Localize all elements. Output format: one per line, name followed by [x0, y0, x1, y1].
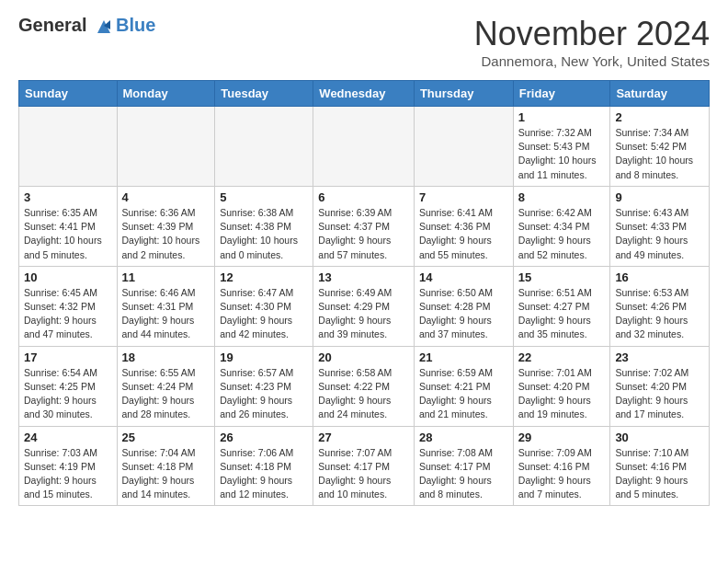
table-row [117, 107, 215, 187]
header: General Blue November 2024 Dannemora, Ne… [18, 15, 710, 69]
day-info: Sunrise: 7:02 AMSunset: 4:20 PMDaylight:… [615, 366, 704, 422]
table-row: 21Sunrise: 6:59 AMSunset: 4:21 PMDayligh… [414, 346, 513, 426]
col-saturday: Saturday [610, 81, 710, 107]
table-row: 9Sunrise: 6:43 AMSunset: 4:33 PMDaylight… [610, 186, 710, 266]
table-row: 14Sunrise: 6:50 AMSunset: 4:28 PMDayligh… [414, 266, 513, 346]
logo-general-text: General [18, 15, 86, 35]
day-info: Sunrise: 6:50 AMSunset: 4:28 PMDaylight:… [419, 286, 508, 342]
col-wednesday: Wednesday [313, 81, 415, 107]
day-number: 18 [122, 350, 210, 364]
logo-blue-text: Blue [116, 15, 155, 36]
table-row: 25Sunrise: 7:04 AMSunset: 4:18 PMDayligh… [117, 426, 215, 506]
day-number: 16 [615, 270, 704, 284]
day-number: 9 [615, 190, 704, 204]
day-number: 27 [318, 431, 409, 444]
table-row: 7Sunrise: 6:41 AMSunset: 4:36 PMDaylight… [414, 186, 513, 266]
calendar-header-row: Sunday Monday Tuesday Wednesday Thursday… [19, 81, 710, 107]
day-number: 10 [24, 270, 112, 284]
logo-icon [94, 17, 114, 37]
table-row: 10Sunrise: 6:45 AMSunset: 4:32 PMDayligh… [19, 266, 118, 346]
table-row [215, 107, 313, 187]
calendar-week-row: 1Sunrise: 7:32 AMSunset: 5:43 PMDaylight… [19, 107, 710, 187]
day-number: 3 [24, 190, 112, 204]
day-info: Sunrise: 7:32 AMSunset: 5:43 PMDaylight:… [518, 126, 606, 182]
day-info: Sunrise: 6:42 AMSunset: 4:34 PMDaylight:… [518, 206, 606, 262]
day-info: Sunrise: 7:07 AMSunset: 4:17 PMDaylight:… [318, 446, 409, 502]
day-info: Sunrise: 6:47 AMSunset: 4:30 PMDaylight:… [220, 286, 308, 342]
day-info: Sunrise: 6:35 AMSunset: 4:41 PMDaylight:… [24, 206, 112, 262]
table-row: 1Sunrise: 7:32 AMSunset: 5:43 PMDaylight… [513, 107, 610, 187]
table-row: 13Sunrise: 6:49 AMSunset: 4:29 PMDayligh… [313, 266, 415, 346]
table-row: 19Sunrise: 6:57 AMSunset: 4:23 PMDayligh… [215, 346, 313, 426]
day-info: Sunrise: 6:39 AMSunset: 4:37 PMDaylight:… [318, 206, 409, 262]
table-row [414, 107, 513, 187]
col-monday: Monday [117, 81, 215, 107]
table-row [313, 107, 415, 187]
day-info: Sunrise: 6:59 AMSunset: 4:21 PMDaylight:… [419, 366, 508, 422]
col-tuesday: Tuesday [215, 81, 313, 107]
table-row: 6Sunrise: 6:39 AMSunset: 4:37 PMDaylight… [313, 186, 415, 266]
table-row: 18Sunrise: 6:55 AMSunset: 4:24 PMDayligh… [117, 346, 215, 426]
day-number: 5 [220, 190, 308, 204]
calendar-week-row: 17Sunrise: 6:54 AMSunset: 4:25 PMDayligh… [19, 346, 710, 426]
day-info: Sunrise: 6:46 AMSunset: 4:31 PMDaylight:… [122, 286, 210, 342]
day-info: Sunrise: 6:54 AMSunset: 4:25 PMDaylight:… [24, 366, 112, 422]
table-row: 4Sunrise: 6:36 AMSunset: 4:39 PMDaylight… [117, 186, 215, 266]
calendar: Sunday Monday Tuesday Wednesday Thursday… [18, 80, 710, 506]
day-number: 6 [318, 190, 409, 204]
table-row: 3Sunrise: 6:35 AMSunset: 4:41 PMDaylight… [19, 186, 118, 266]
day-number: 26 [220, 431, 308, 444]
day-info: Sunrise: 6:53 AMSunset: 4:26 PMDaylight:… [615, 286, 704, 342]
day-number: 2 [615, 110, 704, 124]
table-row: 22Sunrise: 7:01 AMSunset: 4:20 PMDayligh… [513, 346, 610, 426]
day-info: Sunrise: 6:55 AMSunset: 4:24 PMDaylight:… [122, 366, 210, 422]
day-number: 25 [122, 431, 210, 444]
day-info: Sunrise: 6:43 AMSunset: 4:33 PMDaylight:… [615, 206, 704, 262]
table-row: 20Sunrise: 6:58 AMSunset: 4:22 PMDayligh… [313, 346, 415, 426]
day-info: Sunrise: 7:08 AMSunset: 4:17 PMDaylight:… [419, 446, 508, 502]
calendar-week-row: 3Sunrise: 6:35 AMSunset: 4:41 PMDaylight… [19, 186, 710, 266]
month-title: November 2024 [474, 15, 710, 53]
day-info: Sunrise: 6:51 AMSunset: 4:27 PMDaylight:… [518, 286, 606, 342]
day-number: 21 [419, 350, 508, 364]
title-block: November 2024 Dannemora, New York, Unite… [474, 15, 710, 69]
table-row: 5Sunrise: 6:38 AMSunset: 4:38 PMDaylight… [215, 186, 313, 266]
day-info: Sunrise: 6:57 AMSunset: 4:23 PMDaylight:… [220, 366, 308, 422]
day-number: 22 [518, 350, 606, 364]
table-row: 12Sunrise: 6:47 AMSunset: 4:30 PMDayligh… [215, 266, 313, 346]
table-row: 2Sunrise: 7:34 AMSunset: 5:42 PMDaylight… [610, 107, 710, 187]
table-row: 24Sunrise: 7:03 AMSunset: 4:19 PMDayligh… [19, 426, 118, 506]
day-number: 29 [518, 431, 606, 444]
day-info: Sunrise: 7:01 AMSunset: 4:20 PMDaylight:… [518, 366, 606, 422]
table-row: 16Sunrise: 6:53 AMSunset: 4:26 PMDayligh… [610, 266, 710, 346]
location-text: Dannemora, New York, United States [474, 53, 710, 69]
day-info: Sunrise: 7:06 AMSunset: 4:18 PMDaylight:… [220, 446, 308, 502]
day-number: 4 [122, 190, 210, 204]
day-number: 30 [615, 431, 704, 444]
logo: General Blue [18, 15, 155, 37]
day-info: Sunrise: 7:09 AMSunset: 4:16 PMDaylight:… [518, 446, 606, 502]
table-row: 15Sunrise: 6:51 AMSunset: 4:27 PMDayligh… [513, 266, 610, 346]
table-row: 28Sunrise: 7:08 AMSunset: 4:17 PMDayligh… [414, 426, 513, 506]
day-number: 12 [220, 270, 308, 284]
day-number: 24 [24, 431, 112, 444]
calendar-week-row: 24Sunrise: 7:03 AMSunset: 4:19 PMDayligh… [19, 426, 710, 506]
day-number: 8 [518, 190, 606, 204]
day-info: Sunrise: 6:38 AMSunset: 4:38 PMDaylight:… [220, 206, 308, 262]
table-row: 26Sunrise: 7:06 AMSunset: 4:18 PMDayligh… [215, 426, 313, 506]
day-info: Sunrise: 6:41 AMSunset: 4:36 PMDaylight:… [419, 206, 508, 262]
day-number: 11 [122, 270, 210, 284]
day-number: 20 [318, 350, 409, 364]
day-info: Sunrise: 7:10 AMSunset: 4:16 PMDaylight:… [615, 446, 704, 502]
table-row: 27Sunrise: 7:07 AMSunset: 4:17 PMDayligh… [313, 426, 415, 506]
day-number: 7 [419, 190, 508, 204]
calendar-week-row: 10Sunrise: 6:45 AMSunset: 4:32 PMDayligh… [19, 266, 710, 346]
col-thursday: Thursday [414, 81, 513, 107]
day-info: Sunrise: 6:45 AMSunset: 4:32 PMDaylight:… [24, 286, 112, 342]
day-number: 15 [518, 270, 606, 284]
table-row: 30Sunrise: 7:10 AMSunset: 4:16 PMDayligh… [610, 426, 710, 506]
day-number: 19 [220, 350, 308, 364]
table-row: 23Sunrise: 7:02 AMSunset: 4:20 PMDayligh… [610, 346, 710, 426]
day-info: Sunrise: 7:03 AMSunset: 4:19 PMDaylight:… [24, 446, 112, 502]
day-info: Sunrise: 6:58 AMSunset: 4:22 PMDaylight:… [318, 366, 409, 422]
